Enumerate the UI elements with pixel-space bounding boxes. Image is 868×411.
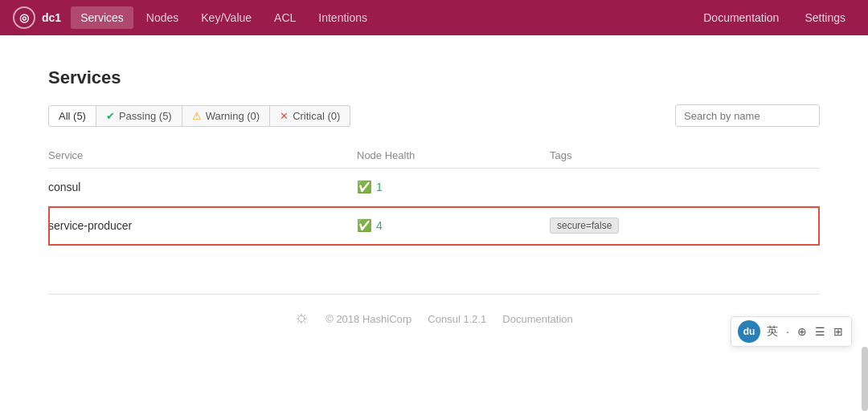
floating-toolbar: du 英 · ⊕ ☰ ⊞ bbox=[731, 316, 852, 347]
table-row[interactable]: service-producer ✅ 4 secure=false bbox=[48, 206, 820, 246]
services-table: Service Node Health Tags consul ✅ 1 serv… bbox=[48, 143, 820, 246]
nav-item-services[interactable]: Services bbox=[71, 6, 133, 29]
footer-divider bbox=[48, 294, 820, 295]
nav-item-acl[interactable]: ACL bbox=[264, 6, 305, 29]
nav-settings[interactable]: Settings bbox=[795, 6, 855, 29]
col-service: Service bbox=[48, 143, 357, 169]
warning-icon: ⚠ bbox=[192, 110, 202, 122]
search-box: 🔍 bbox=[675, 104, 820, 127]
tags-cell bbox=[550, 169, 820, 206]
health-badge: ✅ 4 bbox=[357, 218, 550, 233]
brand[interactable]: ◎ dc1 bbox=[13, 6, 61, 29]
service-name: service-producer bbox=[48, 219, 132, 232]
page-title: Services bbox=[48, 67, 820, 88]
scrollbar[interactable] bbox=[862, 347, 868, 376]
search-input[interactable] bbox=[676, 106, 820, 126]
tag: secure=false bbox=[550, 218, 619, 234]
filter-tab-critical[interactable]: ✕ Critical (0) bbox=[270, 105, 350, 127]
brand-label: dc1 bbox=[42, 11, 61, 24]
critical-icon: ✕ bbox=[280, 110, 289, 122]
filter-tab-passing[interactable]: ✔ Passing (5) bbox=[96, 105, 182, 127]
health-check-icon: ✅ bbox=[357, 218, 372, 233]
health-count: 4 bbox=[376, 219, 383, 232]
footer: ⛭ © 2018 HashiCorp Consul 1.2.1 Document… bbox=[48, 311, 820, 344]
add-icon[interactable]: ⊕ bbox=[796, 324, 809, 340]
col-nodehealth: Node Health bbox=[357, 143, 550, 169]
footer-version: Consul 1.2.1 bbox=[428, 313, 486, 325]
navbar: ◎ dc1 Services Nodes Key/Value ACL Inten… bbox=[0, 0, 868, 35]
nav-item-nodes[interactable]: Nodes bbox=[137, 6, 188, 29]
table-row[interactable]: consul ✅ 1 bbox=[48, 169, 820, 206]
health-badge: ✅ 1 bbox=[357, 180, 550, 194]
lang-icon[interactable]: 英 bbox=[765, 323, 780, 340]
dot-icon: · bbox=[784, 324, 791, 340]
brand-icon: ◎ bbox=[13, 6, 35, 29]
passing-icon: ✔ bbox=[106, 110, 115, 122]
menu-icon[interactable]: ☰ bbox=[813, 324, 827, 340]
table-body: consul ✅ 1 service-producer ✅ 4 bbox=[48, 169, 820, 246]
nav-item-keyvalue[interactable]: Key/Value bbox=[191, 6, 261, 29]
navbar-left: ◎ dc1 Services Nodes Key/Value ACL Inten… bbox=[13, 6, 377, 29]
nav-documentation[interactable]: Documentation bbox=[694, 6, 788, 29]
hashicorp-logo: ⛭ bbox=[295, 311, 309, 328]
filter-tabs: All (5) ✔ Passing (5) ⚠ Warning (0) ✕ Cr… bbox=[48, 105, 350, 127]
table-header: Service Node Health Tags bbox=[48, 143, 820, 169]
footer-docs-link[interactable]: Documentation bbox=[502, 313, 572, 325]
health-check-icon: ✅ bbox=[357, 180, 372, 194]
filter-tab-warning[interactable]: ⚠ Warning (0) bbox=[182, 105, 270, 127]
navbar-right: Documentation Settings bbox=[694, 6, 855, 29]
user-avatar[interactable]: du bbox=[738, 320, 760, 343]
col-tags: Tags bbox=[550, 143, 820, 169]
filter-bar: All (5) ✔ Passing (5) ⚠ Warning (0) ✕ Cr… bbox=[48, 104, 820, 127]
health-count: 1 bbox=[376, 181, 383, 193]
grid-icon[interactable]: ⊞ bbox=[832, 324, 845, 340]
footer-copyright: © 2018 HashiCorp bbox=[326, 313, 411, 325]
tags-cell: secure=false bbox=[550, 206, 820, 246]
filter-tab-all[interactable]: All (5) bbox=[48, 105, 96, 127]
nav-item-intentions[interactable]: Intentions bbox=[309, 6, 377, 29]
service-name: consul bbox=[48, 181, 80, 193]
